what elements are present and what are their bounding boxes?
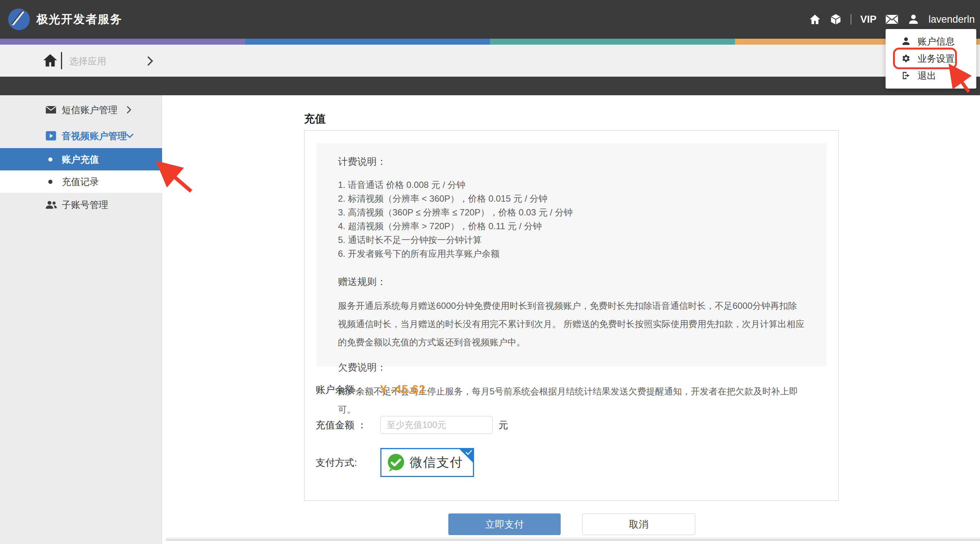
top-header: 极光开发者服务 VIP laven [0,0,980,39]
pay-now-button[interactable]: 立即支付 [449,514,561,535]
billing-list: 1. 语音通话 价格 0.008 元 / 分钟 2. 标清视频（分辨率 < 36… [338,178,805,260]
billing-info-box: 计费说明： 1. 语音通话 价格 0.008 元 / 分钟 2. 标清视频（分辨… [317,143,826,367]
gift-body: 服务开通后系统每月赠送6000分钟免费使用时长到音视频账户，免费时长先扣除语音通… [338,297,805,351]
amount-unit: 元 [498,419,508,432]
arrears-heading: 欠费说明： [338,361,805,374]
amount-input[interactable] [380,416,493,434]
user-icon[interactable] [907,13,920,25]
user-icon [901,37,911,46]
mail-icon[interactable] [885,14,899,25]
wechat-pay-option[interactable]: 微信支付 [380,448,474,477]
divider [61,52,62,69]
wechat-pay-label: 微信支付 [410,454,463,471]
sidebar-item-account-recharge[interactable]: 账户充值 [0,148,162,171]
billing-item: 4. 超清视频（分辨率 > 720P），价格 0.11 元 / 分钟 [338,219,805,233]
sidebar-item-recharge-records[interactable]: 充值记录 [0,171,162,193]
nav-divider [851,14,851,25]
gear-icon [901,54,911,63]
gradient-segment-teal [490,39,735,45]
recharge-panel: 计费说明： 1. 语音通话 价格 0.008 元 / 分钟 2. 标清视频（分辨… [304,130,839,501]
brand[interactable]: 极光开发者服务 [8,0,123,39]
billing-item: 1. 语音通话 价格 0.008 元 / 分钟 [338,178,805,191]
menu-item-business-settings[interactable]: 业务设置 [886,50,976,67]
menu-item-account-info[interactable]: 账户信息 [886,33,976,50]
content-bottom-edge [166,540,980,541]
brand-name: 极光开发者服务 [37,11,123,27]
menu-item-label: 账户信息 [918,35,955,48]
chevron-right-icon [146,56,155,68]
sidebar-item-label: 账户充值 [62,153,99,166]
chevron-right-icon [126,106,132,114]
payment-row: 支付方式: 微信支付 [316,448,474,477]
check-icon [466,450,472,455]
cancel-button[interactable]: 取消 [582,514,695,535]
aurora-logo-icon [8,8,30,31]
users-icon [45,200,57,209]
sidebar-item-av-account[interactable]: 音视频账户管理 [0,123,162,149]
balance-label: 账户余额： [316,383,380,396]
billing-item: 6. 开发者账号下的所有应用共享账户余额 [338,247,805,260]
wechat-icon [386,453,406,472]
billing-heading: 计费说明： [338,155,805,168]
app-select-placeholder[interactable]: 选择应用 [69,55,106,67]
sidebar-item-label: 短信账户管理 [62,104,118,116]
sidebar-item-label: 子账号管理 [62,199,108,211]
chevron-down-icon [126,132,134,139]
sidebar-item-sms-account[interactable]: 短信账户管理 [0,97,162,123]
payment-label: 支付方式: [316,456,380,469]
balance-row: 账户余额： ¥ -45.62 [316,381,426,399]
billing-item: 5. 通话时长不足一分钟按一分钟计算 [338,233,805,247]
sidebar: 短信账户管理 音视频账户管理 账户充值 充值记录 [0,95,162,544]
logout-icon [901,71,911,80]
app-selector-bar: 选择应用 [0,45,980,77]
sidebar-item-label: 充值记录 [62,175,99,188]
vip-link[interactable]: VIP [860,14,877,25]
bullet-icon [48,157,52,161]
mail-icon [45,105,57,114]
amount-label: 充值金额 ： [316,419,380,432]
sidebar-item-subaccount[interactable]: 子账号管理 [0,193,162,217]
secondary-bar [0,77,980,95]
content-bottom-shadow [166,536,980,540]
billing-item: 2. 标清视频（分辨率 < 360P），价格 0.015 元 / 分钟 [338,191,805,206]
bullet-icon [48,180,52,184]
gradient-segment-blue [245,39,490,45]
user-dropdown-menu: 账户信息 业务设置 退出 [886,29,976,89]
home-icon[interactable] [42,53,58,70]
amount-row: 充值金额 ： 元 [316,416,508,434]
balance-value: ¥ -45.62 [380,383,426,396]
page-title: 充值 [304,112,326,126]
apps-cube-icon[interactable] [830,13,842,25]
gradient-bar [0,39,980,45]
menu-item-label: 业务设置 [918,53,955,65]
video-icon [45,131,57,141]
sidebar-item-label: 音视频账户管理 [62,130,127,142]
home-icon[interactable] [809,13,821,25]
gradient-segment-purple [0,39,245,45]
menu-item-logout[interactable]: 退出 [886,67,976,84]
billing-item: 3. 高清视频（360P ≤ 分辨率 ≤ 720P），价格 0.03 元 / 分… [338,206,805,219]
page-root: 极光开发者服务 VIP laven [0,0,980,544]
menu-item-label: 退出 [918,70,936,82]
username[interactable]: lavenderln [928,14,975,25]
gift-heading: 赠送规则： [338,275,805,289]
